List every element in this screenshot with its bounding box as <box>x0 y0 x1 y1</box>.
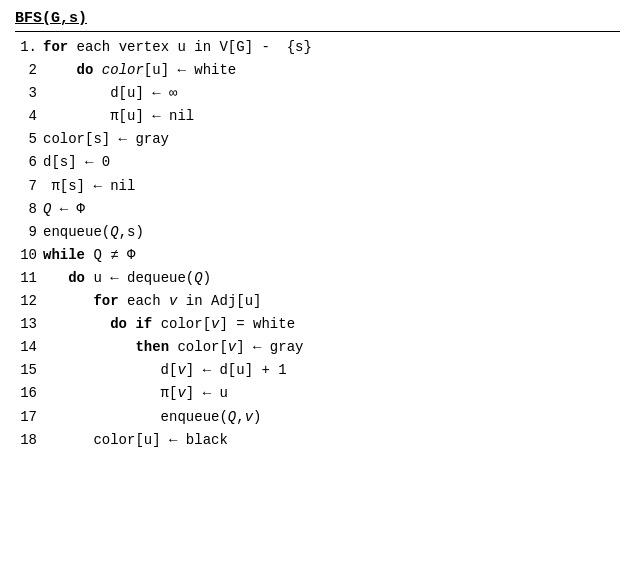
line-number-1: 1. <box>15 36 43 59</box>
code-line-11: 11 do u ← dequeue(Q) <box>15 267 620 290</box>
line-number-17: 17 <box>15 406 43 429</box>
code-line-5: 5 color[s] ← gray <box>15 128 620 151</box>
line-number-9: 9 <box>15 221 43 244</box>
code-line-2: 2 do color[u] ← white <box>15 59 620 82</box>
line-content-6: d[s] ← 0 <box>43 151 620 174</box>
line-number-5: 5 <box>15 128 43 151</box>
line-number-10: 10 <box>15 244 43 267</box>
line-content-4: π[u] ← nil <box>43 105 620 128</box>
code-line-1: 1. for each vertex u in V[G] - {s} <box>15 36 620 59</box>
line-number-14: 14 <box>15 336 43 359</box>
line-number-13: 13 <box>15 313 43 336</box>
code-line-7: 7 π[s] ← nil <box>15 175 620 198</box>
line-number-7: 7 <box>15 175 43 198</box>
code-line-8: 8 Q ← Φ <box>15 198 620 221</box>
line-content-11: do u ← dequeue(Q) <box>43 267 620 290</box>
divider <box>15 31 620 32</box>
line-number-6: 6 <box>15 151 43 174</box>
code-line-3: 3 d[u] ← ∞ <box>15 82 620 105</box>
line-content-13: do if color[v] = white <box>43 313 620 336</box>
code-line-6: 6 d[s] ← 0 <box>15 151 620 174</box>
line-content-17: enqueue(Q,v) <box>43 406 620 429</box>
line-content-5: color[s] ← gray <box>43 128 620 151</box>
code-line-9: 9 enqueue(Q,s) <box>15 221 620 244</box>
line-number-11: 11 <box>15 267 43 290</box>
line-number-12: 12 <box>15 290 43 313</box>
code-line-15: 15 d[v] ← d[u] + 1 <box>15 359 620 382</box>
code-line-10: 10 while Q ≠ Φ <box>15 244 620 267</box>
code-line-17: 17 enqueue(Q,v) <box>15 406 620 429</box>
line-number-18: 18 <box>15 429 43 452</box>
line-content-14: then color[v] ← gray <box>43 336 620 359</box>
line-content-10: while Q ≠ Φ <box>43 244 620 267</box>
line-number-15: 15 <box>15 359 43 382</box>
code-line-4: 4 π[u] ← nil <box>15 105 620 128</box>
algorithm-title: BFS(G,s) <box>15 10 620 27</box>
line-content-16: π[v] ← u <box>43 382 620 405</box>
line-number-2: 2 <box>15 59 43 82</box>
code-line-13: 13 do if color[v] = white <box>15 313 620 336</box>
code-line-18: 18 color[u] ← black <box>15 429 620 452</box>
code-container: BFS(G,s) 1. for each vertex u in V[G] - … <box>15 10 620 452</box>
line-content-2: do color[u] ← white <box>43 59 620 82</box>
line-content-3: d[u] ← ∞ <box>43 82 620 105</box>
code-line-12: 12 for each v in Adj[u] <box>15 290 620 313</box>
line-number-16: 16 <box>15 382 43 405</box>
line-content-8: Q ← Φ <box>43 198 620 221</box>
line-content-12: for each v in Adj[u] <box>43 290 620 313</box>
line-number-8: 8 <box>15 198 43 221</box>
line-number-3: 3 <box>15 82 43 105</box>
line-content-7: π[s] ← nil <box>43 175 620 198</box>
line-number-4: 4 <box>15 105 43 128</box>
line-content-1: for each vertex u in V[G] - {s} <box>43 36 620 59</box>
line-content-15: d[v] ← d[u] + 1 <box>43 359 620 382</box>
line-content-9: enqueue(Q,s) <box>43 221 620 244</box>
code-line-16: 16 π[v] ← u <box>15 382 620 405</box>
line-content-18: color[u] ← black <box>43 429 620 452</box>
code-line-14: 14 then color[v] ← gray <box>15 336 620 359</box>
